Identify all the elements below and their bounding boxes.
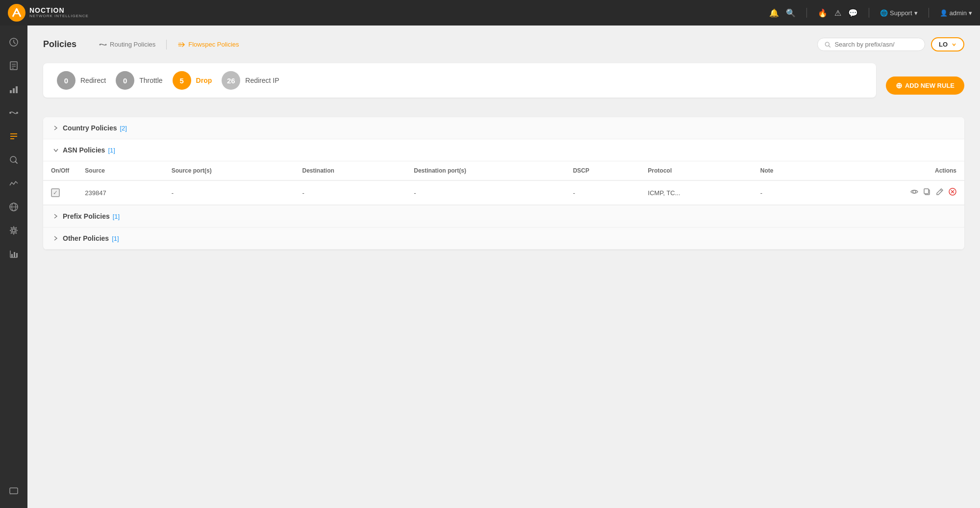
logo-text: NOCTION NETWORK INTELLIGENCE bbox=[29, 7, 89, 19]
sidebar-item-settings[interactable] bbox=[3, 220, 25, 241]
sidebar-item-search[interactable] bbox=[3, 149, 25, 171]
nav-divider3 bbox=[929, 8, 929, 18]
svg-line-33 bbox=[940, 190, 942, 191]
redirect-ip-badge: 26 bbox=[222, 71, 240, 90]
support-chevron-icon: ▾ bbox=[914, 9, 918, 17]
admin-chevron-icon: ▾ bbox=[969, 9, 972, 17]
svg-rect-2 bbox=[10, 62, 17, 70]
chevron-right-other-icon bbox=[53, 235, 59, 241]
other-policies-count: [1] bbox=[112, 235, 119, 242]
summary-throttle: 0 Throttle bbox=[116, 71, 162, 90]
warning-icon[interactable]: ⚠ bbox=[834, 8, 841, 18]
check-mark-icon: ✓ bbox=[53, 189, 58, 196]
svg-point-0 bbox=[8, 4, 25, 22]
logo-area: NOCTION NETWORK INTELLIGENCE bbox=[8, 4, 89, 22]
drop-label: Drop bbox=[196, 76, 212, 84]
sidebar-item-dashboard[interactable] bbox=[3, 31, 25, 53]
sidebar-item-stats[interactable] bbox=[3, 243, 25, 265]
row-destination: - bbox=[294, 180, 406, 205]
sidebar-item-trends[interactable] bbox=[3, 173, 25, 194]
flowspec-icon bbox=[177, 41, 185, 49]
tab-routing-policies[interactable]: Routing Policies bbox=[92, 38, 162, 51]
asn-policies-header[interactable]: ASN Policies [1] bbox=[43, 139, 964, 161]
throttle-badge: 0 bbox=[116, 71, 134, 90]
svg-rect-23 bbox=[14, 252, 15, 257]
col-source: Source bbox=[77, 161, 163, 180]
search-input[interactable] bbox=[834, 41, 918, 48]
header-right: LO bbox=[817, 37, 964, 51]
svg-line-29 bbox=[829, 46, 830, 47]
prefix-policies-header[interactable]: Prefix Policies [1] bbox=[43, 205, 964, 228]
sidebar-item-analytics[interactable] bbox=[3, 78, 25, 100]
col-destination: Destination bbox=[294, 161, 406, 180]
row-protocol: ICMP, TC... bbox=[640, 180, 753, 205]
tab-divider bbox=[166, 40, 167, 50]
action-icons bbox=[828, 188, 956, 198]
other-policies-header[interactable]: Other Policies [1] bbox=[43, 228, 964, 250]
svg-rect-7 bbox=[13, 88, 15, 93]
svg-point-27 bbox=[105, 44, 107, 45]
col-source-ports: Source port(s) bbox=[164, 161, 295, 180]
summary-drop: 5 Drop bbox=[173, 71, 212, 90]
svg-rect-8 bbox=[16, 86, 18, 93]
col-note: Note bbox=[753, 161, 820, 180]
sidebar-item-reports[interactable] bbox=[3, 55, 25, 76]
admin-button[interactable]: 👤 admin ▾ bbox=[940, 9, 972, 17]
svg-point-30 bbox=[913, 190, 916, 193]
summary-redirect-ip: 26 Redirect IP bbox=[222, 71, 279, 90]
add-rule-label: ADD NEW RULE bbox=[905, 82, 955, 89]
admin-label: admin bbox=[950, 9, 967, 17]
flame-icon[interactable]: 🔥 bbox=[818, 8, 828, 18]
chevron-down-icon bbox=[952, 42, 956, 47]
row-note: - bbox=[753, 180, 820, 205]
edit-icon[interactable] bbox=[936, 188, 944, 198]
user-icon: 👤 bbox=[940, 9, 948, 17]
lo-select[interactable]: LO bbox=[931, 37, 964, 51]
table-header-row: On/Off Source Source port(s) Destination… bbox=[43, 161, 964, 180]
asn-policies-title: ASN Policies bbox=[63, 146, 105, 154]
col-onoff: On/Off bbox=[43, 161, 77, 180]
bell-icon[interactable]: 🔔 bbox=[769, 8, 779, 18]
topnav-icons: 🔔 🔍 🔥 ⚠ 💬 🌐 Support ▾ 👤 admin ▾ bbox=[769, 8, 972, 18]
nav-divider1 bbox=[806, 8, 807, 18]
other-policies-title: Other Policies bbox=[63, 234, 109, 242]
sidebar-item-routing[interactable] bbox=[3, 102, 25, 124]
col-actions: Actions bbox=[820, 161, 964, 180]
delete-icon[interactable] bbox=[949, 188, 956, 198]
svg-rect-6 bbox=[10, 90, 12, 93]
nav-divider2 bbox=[869, 8, 869, 18]
comment-icon[interactable]: 💬 bbox=[848, 8, 858, 18]
sidebar bbox=[0, 25, 27, 508]
sidebar-item-chat[interactable] bbox=[3, 481, 25, 502]
table-head: On/Off Source Source port(s) Destination… bbox=[43, 161, 964, 180]
tab-flowspec-policies[interactable]: Flowspec Policies bbox=[171, 38, 246, 51]
search-topnav-icon[interactable]: 🔍 bbox=[786, 8, 796, 18]
country-policies-header[interactable]: Country Policies [2] bbox=[43, 117, 964, 139]
topnav: NOCTION NETWORK INTELLIGENCE 🔔 🔍 🔥 ⚠ 💬 🌐… bbox=[0, 0, 980, 25]
copy-icon[interactable] bbox=[923, 188, 931, 198]
view-icon[interactable] bbox=[910, 188, 918, 198]
add-new-rule-button[interactable]: ⊕ ADD NEW RULE bbox=[886, 76, 964, 95]
sidebar-item-globe[interactable] bbox=[3, 196, 25, 218]
row-checkbox[interactable]: ✓ bbox=[51, 188, 60, 197]
svg-rect-22 bbox=[11, 254, 13, 257]
redirect-badge: 0 bbox=[57, 71, 75, 90]
layout: Policies Routing Policies Flowspec Polic… bbox=[0, 25, 980, 508]
prefix-policies-title: Prefix Policies bbox=[63, 212, 110, 220]
page-header: Policies Routing Policies Flowspec Polic… bbox=[43, 37, 964, 51]
prefix-policies-count: [1] bbox=[113, 213, 120, 220]
page-title: Policies bbox=[43, 39, 76, 50]
sidebar-item-policies[interactable] bbox=[3, 126, 25, 147]
country-policies-title: Country Policies bbox=[63, 124, 117, 132]
support-button[interactable]: 🌐 Support ▾ bbox=[880, 9, 918, 17]
table-body: ✓ 239847 - - - - ICMP, TC... - bbox=[43, 180, 964, 205]
redirect-label: Redirect bbox=[80, 76, 106, 84]
throttle-label: Throttle bbox=[139, 76, 162, 84]
content-area: Country Policies [2] ASN Policies [1] On… bbox=[43, 117, 964, 250]
policy-table: On/Off Source Source port(s) Destination… bbox=[43, 161, 964, 205]
svg-rect-24 bbox=[16, 253, 18, 257]
policy-tabs: Routing Policies Flowspec Policies bbox=[92, 38, 246, 51]
logo-icon bbox=[8, 4, 25, 22]
search-box[interactable] bbox=[817, 38, 925, 51]
chevron-down-asn-icon bbox=[53, 147, 59, 153]
